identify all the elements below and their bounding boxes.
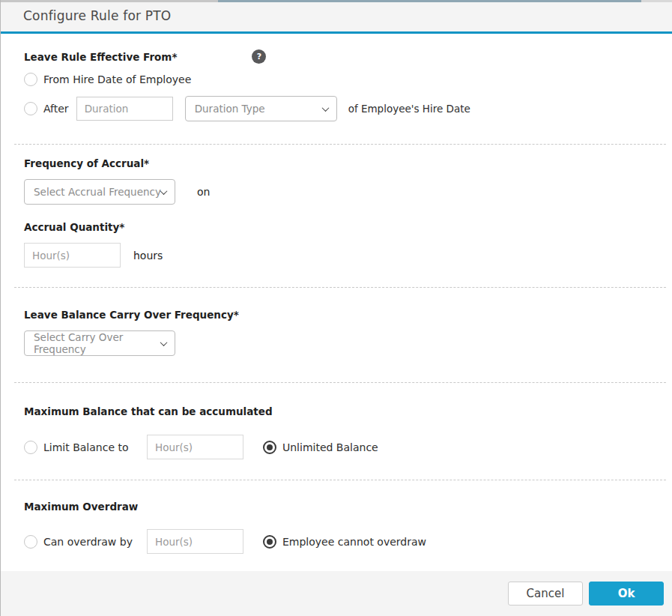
dialog-title: Configure Rule for PTO	[23, 8, 171, 23]
accrual-quantity-label: Accrual Quantity*	[24, 221, 665, 233]
accrual-frequency-label: Frequency of Accrual*	[24, 157, 665, 169]
help-icon[interactable]: ?	[252, 49, 266, 64]
accrual-frequency-select[interactable]: Select Accrual Frequency	[24, 179, 175, 205]
section-divider	[14, 287, 666, 288]
unlimited-balance-radio[interactable]	[263, 441, 276, 454]
duration-type-select-value: Duration Type	[195, 103, 265, 115]
cancel-button[interactable]: Cancel	[508, 582, 583, 606]
chevron-down-icon	[160, 339, 168, 346]
cannot-overdraw-radio-label: Employee cannot overdraw	[282, 536, 426, 548]
effective-from-label: Leave Rule Effective From*	[24, 51, 177, 63]
duration-input[interactable]	[76, 97, 173, 121]
dialog-body: Leave Rule Effective From* ? From Hire D…	[1, 34, 672, 571]
ok-button[interactable]: Ok	[589, 582, 664, 606]
max-overdraw-row: Can overdraw by Employee cannot overdraw	[24, 529, 665, 554]
carry-over-label: Leave Balance Carry Over Frequency*	[24, 309, 665, 321]
page-top-edge-middle	[218, 0, 641, 2]
limit-balance-radio-label: Limit Balance to	[43, 441, 133, 453]
accrual-quantity-row: hours	[24, 243, 665, 268]
accrual-on-text: on	[197, 186, 210, 198]
page-top-edge-right	[641, 0, 672, 2]
effective-from-label-row: Leave Rule Effective From* ?	[24, 49, 665, 64]
can-overdraw-radio-label: Can overdraw by	[43, 536, 133, 548]
max-balance-label: Maximum Balance that can be accumulated	[24, 405, 665, 417]
hire-date-radio-label: From Hire Date of Employee	[43, 73, 191, 85]
dialog-header: Configure Rule for PTO	[1, 0, 672, 34]
chevron-down-icon	[321, 104, 329, 112]
cannot-overdraw-radio[interactable]	[263, 535, 276, 549]
unlimited-balance-radio-label: Unlimited Balance	[282, 441, 378, 453]
section-divider	[14, 144, 666, 145]
limit-balance-input[interactable]	[147, 435, 243, 459]
hire-date-radio[interactable]	[24, 73, 37, 86]
section-divider	[14, 480, 666, 480]
section-divider	[14, 382, 666, 383]
accrual-frequency-row: Select Accrual Frequency on	[24, 179, 665, 205]
page-top-edge	[1, 0, 672, 2]
hire-date-option-row: From Hire Date of Employee	[24, 73, 665, 86]
accrual-quantity-input[interactable]	[24, 243, 121, 268]
max-overdraw-label: Maximum Overdraw	[24, 501, 665, 513]
dialog-footer: Cancel Ok	[1, 571, 672, 616]
max-balance-row: Limit Balance to Unlimited Balance	[24, 435, 665, 459]
configure-rule-dialog: Configure Rule for PTO Leave Rule Effect…	[0, 0, 672, 616]
after-radio[interactable]	[24, 102, 37, 115]
page-top-edge-left	[1, 0, 218, 2]
accrual-hours-text: hours	[133, 250, 163, 262]
carry-over-row: Select Carry Over Frequency	[24, 330, 665, 356]
can-overdraw-radio[interactable]	[24, 535, 37, 549]
after-option-row: After Duration Type of Employee's Hire D…	[24, 96, 665, 121]
hire-date-suffix-text: of Employee's Hire Date	[348, 103, 470, 115]
carry-over-select[interactable]: Select Carry Over Frequency	[24, 330, 175, 356]
carry-over-select-value: Select Carry Over Frequency	[34, 331, 161, 355]
duration-type-select[interactable]: Duration Type	[185, 96, 337, 121]
accrual-frequency-select-value: Select Accrual Frequency	[34, 186, 161, 198]
limit-balance-radio[interactable]	[24, 441, 37, 454]
overdraw-input[interactable]	[147, 529, 243, 554]
chevron-down-icon	[160, 187, 168, 195]
after-radio-label: After	[43, 103, 69, 115]
